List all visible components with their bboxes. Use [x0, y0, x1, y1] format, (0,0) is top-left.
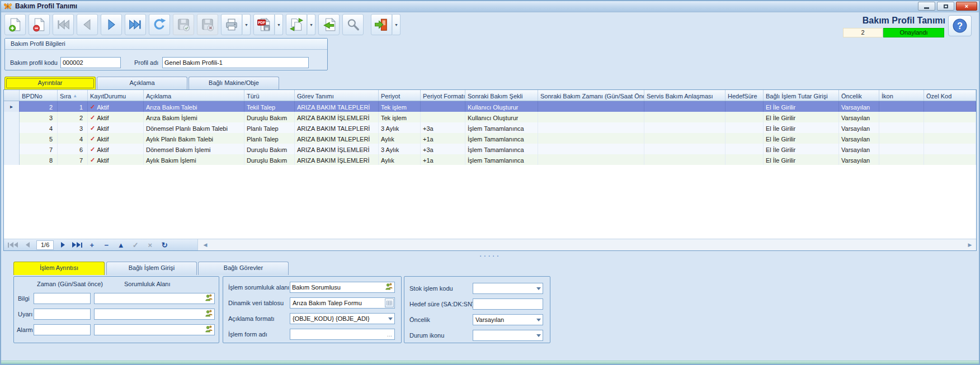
- next-record-button[interactable]: [101, 14, 122, 35]
- minimize-button[interactable]: [918, 2, 935, 11]
- cell: [879, 112, 924, 122]
- tab-bagli-makine-obje[interactable]: Bağlı Makine/Obje: [189, 77, 279, 89]
- help-button[interactable]: [948, 15, 972, 36]
- import-button[interactable]: [318, 14, 340, 35]
- column-header[interactable]: Görev Tanımı: [295, 90, 379, 101]
- column-header[interactable]: Türü: [244, 90, 295, 101]
- stock-code-combo[interactable]: [473, 283, 543, 294]
- uyari-time-input[interactable]: [34, 309, 91, 320]
- uyari-area-input[interactable]: [94, 309, 215, 320]
- tab-ayrintilar[interactable]: Ayrıntılar: [4, 77, 96, 89]
- delete-record-button[interactable]: [29, 14, 50, 35]
- save-cancel-button[interactable]: [197, 14, 218, 35]
- nav-moveup-button[interactable]: ▲: [114, 240, 128, 250]
- tab-bagli-gorevler[interactable]: Bağlı Görevler: [198, 262, 289, 275]
- table-row[interactable]: 54✓AktifAylık Planlı Bakım TalebiPlanlı …: [4, 133, 976, 144]
- column-header[interactable]: HedefSüre: [725, 90, 764, 101]
- column-header[interactable]: BPDNo: [20, 90, 58, 101]
- nav-first-button[interactable]: [6, 240, 20, 250]
- bilgi-time-input[interactable]: [34, 293, 91, 304]
- cell: Dönemsel Planlı Bakım Talebi: [144, 122, 244, 133]
- pdf-dropdown[interactable]: ▼: [275, 14, 283, 35]
- column-header[interactable]: Bağlı İşlem Tutar Girişi: [764, 90, 839, 101]
- print-dropdown[interactable]: ▼: [242, 14, 251, 35]
- people-icon[interactable]: [385, 282, 394, 291]
- tab-aciklama[interactable]: Açıklama: [97, 77, 187, 89]
- cell: Aylık: [379, 133, 421, 144]
- table-row[interactable]: ▸21✓AktifArıza Bakım TalebiTekil TalepAR…: [4, 101, 976, 112]
- tab-islem-ayrintisi[interactable]: İşlem Ayrıntısı: [13, 262, 105, 275]
- bilgi-area-input[interactable]: [94, 293, 215, 304]
- scroll-left-arrow[interactable]: ◀: [200, 239, 210, 250]
- horizontal-scrollbar[interactable]: ◀ ▶: [197, 239, 976, 250]
- column-header[interactable]: Özel Kod: [924, 90, 976, 101]
- nav-refresh-button[interactable]: ↻: [158, 240, 171, 250]
- column-header[interactable]: İkon: [879, 90, 924, 101]
- alarm-time-input[interactable]: [34, 324, 91, 335]
- inspect-button[interactable]: [342, 14, 364, 35]
- close-button[interactable]: ×: [956, 2, 977, 11]
- profile-name-input[interactable]: [162, 57, 309, 68]
- restore-button[interactable]: [937, 2, 954, 11]
- form-name-field[interactable]: ...: [290, 329, 395, 340]
- cell: El İle Girilir: [764, 101, 839, 112]
- table-icon[interactable]: [385, 298, 394, 307]
- scroll-right-arrow[interactable]: ▶: [965, 239, 975, 250]
- transfer-dropdown[interactable]: ▼: [307, 14, 315, 35]
- nav-delete-button[interactable]: −: [100, 240, 113, 250]
- grid-body: ▸21✓AktifArıza Bakım TalebiTekil TalepAR…: [4, 101, 976, 165]
- status-icon-combo[interactable]: [473, 330, 543, 341]
- exit-button[interactable]: [371, 14, 392, 35]
- description-format-combo[interactable]: {OBJE_KODU} {OBJE_ADI}: [290, 313, 395, 324]
- transfer-button[interactable]: [286, 14, 307, 35]
- column-header[interactable]: Öncelik: [839, 90, 879, 101]
- nav-next-button[interactable]: [56, 240, 69, 250]
- help-icon: [951, 17, 968, 34]
- print-button[interactable]: [221, 14, 242, 35]
- cell: 3: [20, 112, 58, 122]
- splitter-handle[interactable]: ·····: [3, 254, 977, 259]
- profile-code-input[interactable]: [60, 57, 121, 68]
- cell: El İle Girilir: [764, 112, 839, 122]
- column-header[interactable]: KayıtDurumu: [88, 90, 144, 101]
- nav-last-button[interactable]: [70, 240, 84, 250]
- nav-confirm-button[interactable]: ✓: [129, 240, 142, 250]
- column-header[interactable]: Periyot: [379, 90, 421, 101]
- tab-bagli-islem-girisi[interactable]: Bağlı İşlem Girişi: [106, 262, 197, 275]
- people-icon[interactable]: [205, 324, 214, 333]
- alarm-area-input[interactable]: [94, 324, 215, 335]
- people-icon[interactable]: [205, 293, 214, 302]
- close-icon: ×: [965, 3, 968, 10]
- priority-combo[interactable]: Varsayılan: [473, 314, 543, 325]
- new-record-button[interactable]: [4, 14, 26, 35]
- exit-dropdown[interactable]: ▼: [392, 14, 401, 35]
- dynamic-table-field[interactable]: Arıza Bakım Talep Formu: [290, 297, 395, 309]
- cell: El İle Girilir: [764, 154, 839, 165]
- responsibility-input[interactable]: [290, 282, 395, 293]
- nav-cancel-button[interactable]: ×: [143, 240, 157, 250]
- target-duration-input[interactable]: [473, 298, 543, 310]
- ellipsis-icon[interactable]: ...: [387, 331, 394, 338]
- column-header[interactable]: Sonraki Bakım Şekli: [465, 90, 538, 101]
- people-icon[interactable]: [205, 309, 214, 317]
- column-header[interactable]: Periyot Formatı: [421, 90, 465, 101]
- nav-insert-button[interactable]: +: [85, 240, 98, 250]
- column-header[interactable]: Servis Bakım Anlaşması: [644, 90, 725, 101]
- nav-previous-button[interactable]: [21, 240, 34, 250]
- table-row[interactable]: 32✓AktifArıza Bakım İşlemiDuruşlu BakımA…: [4, 112, 976, 122]
- cell: [644, 154, 725, 165]
- table-row[interactable]: 43✓AktifDönemsel Planlı Bakım TalebiPlan…: [4, 122, 976, 133]
- column-header[interactable]: Açıklama: [144, 90, 244, 101]
- refresh-button[interactable]: [149, 14, 170, 35]
- save-button[interactable]: [173, 14, 194, 35]
- cell: [924, 154, 976, 165]
- table-row[interactable]: 87✓AktifAylık Bakım İşlemiDuruşlu BakımA…: [4, 154, 976, 165]
- last-record-button[interactable]: [125, 14, 146, 35]
- table-row[interactable]: 76✓AktifDönemsel Bakım İşlemiDuruşlu Bak…: [4, 144, 976, 154]
- previous-record-button[interactable]: [77, 14, 98, 35]
- pdf-export-button[interactable]: [253, 14, 275, 35]
- first-record-button[interactable]: [53, 14, 74, 35]
- cell: Tekil Talep: [244, 101, 295, 112]
- column-header[interactable]: Sonraki Bakım Zamanı (Gün/Saat Önce): [538, 90, 644, 101]
- column-header[interactable]: Sıra▲: [58, 90, 88, 101]
